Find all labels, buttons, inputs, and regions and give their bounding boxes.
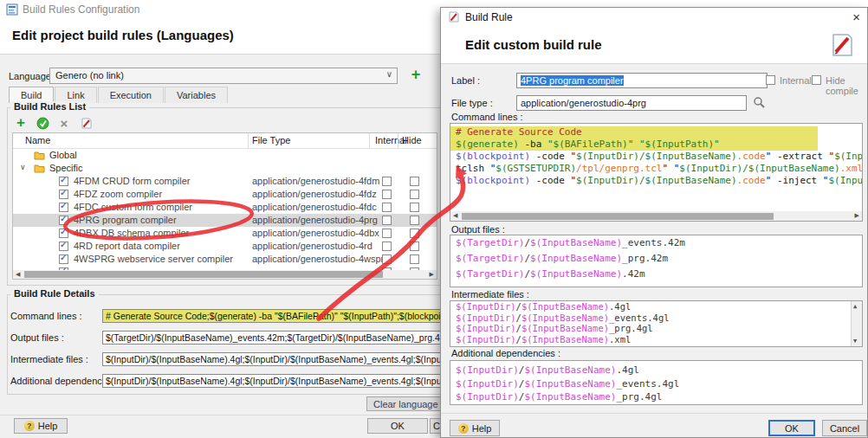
rule-enabled-checkbox[interactable] — [59, 177, 68, 186]
internal-checkbox[interactable] — [382, 203, 392, 212]
selected-text: 4PRG program compiler — [521, 75, 624, 86]
dialog-help-button[interactable]: ?Help — [450, 420, 500, 436]
delete-rule-icon[interactable]: × — [57, 116, 71, 130]
rule-file-type: application/generostudio-4prg — [252, 215, 378, 225]
table-row[interactable]: 4FDM CRUD form compiler application/gene… — [13, 175, 437, 188]
table-hscrollbar[interactable]: ◀ ▶ — [13, 270, 437, 279]
table-row-folder[interactable]: ∨ Specific — [13, 162, 437, 175]
rule-name: 4WSPRG webservice server compiler — [74, 254, 233, 264]
rule-file-type: application/generostudio-4rd — [252, 241, 372, 251]
detail-field-value[interactable]: $(InputDir)/$(InputBaseName).4gl;$(Input… — [102, 352, 475, 366]
col-file-type: File Type — [252, 135, 290, 145]
dialog-heading-band: Edit custom build rule — [441, 27, 867, 64]
detail-field-label: Command lines : — [10, 311, 82, 321]
scroll-right-icon[interactable]: ▶ — [855, 212, 859, 219]
internal-checkbox[interactable] — [382, 216, 392, 225]
intermediate-files-label: Intermediate files : — [451, 289, 529, 300]
hide-checkbox[interactable] — [410, 242, 419, 251]
rule-name: 4FDZ zoom compiler — [74, 189, 162, 199]
code-hscrollbar[interactable]: ◀ ▶ — [450, 211, 862, 221]
rule-file-type: application/generostudio-4dbx — [252, 228, 379, 238]
chevron-down-icon: ∨ — [386, 69, 392, 79]
output-files-box[interactable]: $(TargetDir)/$(InputBaseName)_events.42m… — [450, 235, 863, 287]
command-lines-editor[interactable]: # Generate Source Code$(generate) -ba "$… — [450, 123, 863, 222]
internal-checkbox[interactable] — [382, 177, 392, 186]
rule-enabled-checkbox[interactable] — [59, 254, 68, 264]
build-rules-configuration-window: Build Rules Configuration Edit project b… — [0, 0, 498, 438]
internal-checkbox[interactable] — [382, 242, 392, 251]
internal-checkbox[interactable] — [766, 75, 775, 85]
scroll-left-icon[interactable]: ◀ — [16, 271, 20, 278]
chevron-down-icon[interactable]: ∨ — [20, 163, 26, 171]
rule-file-type: application/generostudio-4fdm — [252, 176, 379, 186]
internal-checkbox[interactable] — [382, 254, 392, 264]
scroll-up-icon[interactable]: ▲ — [853, 303, 857, 310]
duplicate-rule-icon[interactable] — [36, 116, 49, 130]
rules-toolbar: + × — [14, 116, 93, 130]
col-hide: Hide — [402, 135, 422, 145]
hide-checkbox[interactable] — [410, 216, 419, 225]
hide-checkbox[interactable] — [410, 254, 419, 264]
table-row[interactable]: 4PRG program compiler application/genero… — [13, 214, 437, 227]
dialog-titlebar: Build Rule × — [441, 8, 867, 27]
hide-checkbox[interactable] — [410, 203, 419, 212]
detail-field: Additional dependencies : $(InputDir)/$(… — [0, 374, 478, 391]
table-row[interactable]: 4FDC custom form compiler application/ge… — [13, 201, 437, 214]
internal-checkbox[interactable] — [382, 190, 392, 199]
tab-variables[interactable]: Variables — [165, 87, 228, 103]
detail-field-value[interactable]: # Generate Source Code;$(generate) -ba "… — [102, 309, 475, 323]
hide-checkbox[interactable] — [410, 190, 419, 199]
table-row[interactable]: 4WSPRG webservice server compiler applic… — [13, 253, 437, 266]
edit-rule-large-icon — [827, 31, 855, 61]
detail-field-value[interactable]: $(TargetDir)/$(InputBaseName)_events.42m… — [102, 331, 475, 345]
scroll-right-icon[interactable]: ▶ — [430, 271, 434, 278]
table-row[interactable]: 4RD report data compiler application/gen… — [13, 240, 437, 253]
label-input[interactable]: 4PRG program compiler — [516, 73, 768, 88]
internal-checkbox[interactable] — [382, 229, 392, 238]
rule-enabled-checkbox[interactable] — [59, 229, 68, 238]
folder-name: Global — [49, 150, 77, 160]
intermediate-vscrollbar[interactable]: ▲ ▼ — [851, 301, 862, 346]
additional-dependencies-box[interactable]: $(InputDir)/$(InputBaseName).4gl$(InputD… — [450, 360, 863, 405]
add-language-button[interactable]: + — [408, 68, 424, 83]
table-row-folder[interactable]: Global — [13, 149, 437, 162]
col-name: Name — [25, 135, 50, 145]
hide-compile-checkbox[interactable] — [812, 75, 821, 85]
output-files-label: Output files : — [451, 224, 505, 235]
dialog-heading: Edit custom build rule — [465, 37, 602, 52]
left-ok-button[interactable]: OK — [367, 418, 428, 434]
rule-enabled-checkbox[interactable] — [59, 203, 68, 212]
additional-dependencies-label: Additional dependencies : — [451, 348, 560, 358]
page-title: Edit project build rules (Languages) — [12, 28, 234, 42]
left-help-button[interactable]: ?Help — [14, 418, 68, 434]
rule-enabled-checkbox[interactable] — [59, 216, 68, 225]
close-icon[interactable]: × — [852, 10, 860, 24]
edit-rule-icon[interactable] — [79, 116, 93, 130]
scroll-down-icon[interactable]: ▼ — [853, 338, 857, 345]
help-icon: ? — [24, 421, 35, 431]
table-row[interactable]: 4DBX DB schema compiler application/gene… — [13, 227, 437, 240]
label-field-label: Label : — [451, 75, 480, 86]
folder-icon — [34, 151, 45, 162]
rule-name: 4FDC custom form compiler — [74, 202, 192, 212]
file-type-input[interactable]: application/generostudio-4prg — [516, 95, 747, 111]
language-label: Language: — [9, 71, 54, 81]
hide-checkbox[interactable] — [410, 177, 419, 186]
detail-field-value[interactable]: $(InputDir)/$(InputBaseName).4gl;$(Input… — [102, 374, 475, 388]
hide-checkbox[interactable] — [410, 229, 419, 238]
left-window-title: Build Rules Configuration — [23, 3, 139, 16]
build-rules-table[interactable]: Name File Type Internal Hide Global ∨ Sp… — [12, 132, 437, 280]
app-icon — [6, 3, 18, 17]
tab-execution[interactable]: Execution — [98, 87, 164, 103]
add-rule-icon[interactable]: + — [14, 116, 28, 130]
language-select[interactable]: Genero (no link) ∨ — [49, 68, 398, 84]
help-icon: ? — [458, 423, 469, 434]
rule-enabled-checkbox[interactable] — [59, 190, 68, 199]
search-icon[interactable] — [753, 96, 765, 110]
dialog-cancel-button[interactable]: Cancel — [822, 420, 867, 436]
dialog-ok-button[interactable]: OK — [768, 420, 815, 436]
rule-enabled-checkbox[interactable] — [59, 242, 68, 251]
scroll-left-icon[interactable]: ◀ — [453, 212, 457, 219]
intermediate-files-box[interactable]: ▲ ▼ $(InputDir)/$(InputBaseName).4gl$(In… — [450, 300, 863, 347]
table-row[interactable]: 4FDZ zoom compiler application/generostu… — [13, 188, 437, 201]
